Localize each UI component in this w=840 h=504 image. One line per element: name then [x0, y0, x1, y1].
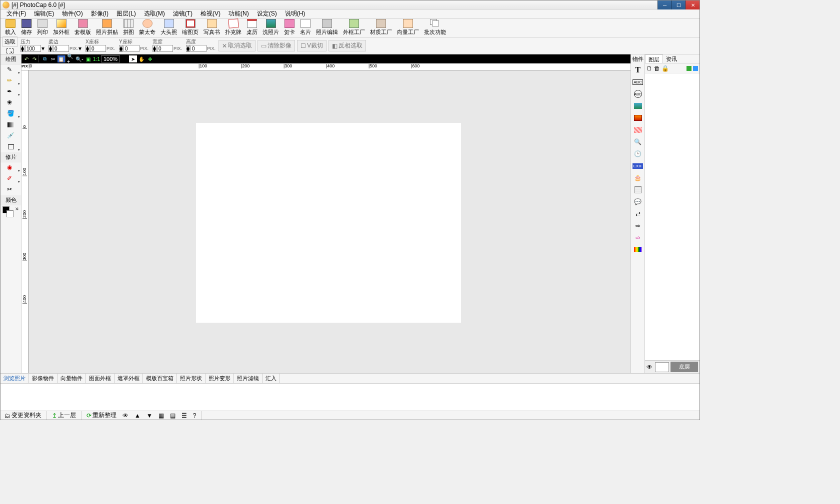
cut-button[interactable]: ✂ — [49, 55, 57, 62]
tb-calendar[interactable]: 桌历 — [244, 19, 260, 36]
star-arrow-button[interactable]: ➩ — [633, 233, 643, 243]
tb-montage[interactable]: 蒙太奇 — [136, 19, 158, 36]
hand-tool-button[interactable]: ✋ — [138, 55, 146, 62]
layer-thumbnail[interactable] — [655, 362, 669, 372]
layer-flag-green-icon[interactable] — [686, 66, 692, 71]
crop-button[interactable]: ☐V裁切 — [297, 40, 326, 51]
visibility-eye-icon[interactable]: 👁 — [646, 364, 654, 371]
arrow-object-button[interactable]: ⇨ — [633, 221, 643, 231]
btab-outer-frame[interactable]: 图面外框 — [86, 374, 114, 383]
view-thumb-button[interactable]: ▦ — [156, 412, 166, 419]
eyedropper-tool[interactable]: 💉 — [0, 130, 21, 141]
menu-help[interactable]: 说明(H) — [281, 9, 310, 18]
pen-tool[interactable]: ✒▾ — [0, 86, 21, 97]
undo-button[interactable]: ↶ — [22, 55, 30, 62]
menu-edit[interactable]: 编辑(E) — [30, 9, 58, 18]
btab-import[interactable]: 汇入 — [262, 374, 280, 383]
canvas-document[interactable] — [196, 123, 461, 323]
arrows-object-button[interactable]: ⇄ — [633, 209, 643, 219]
y-input[interactable] — [124, 45, 140, 52]
tab-layers[interactable]: 图层 — [645, 54, 663, 63]
view-detail-button[interactable]: ☰ — [180, 412, 189, 419]
tb-photo-edit[interactable]: 照片编辑 — [314, 19, 340, 36]
btab-template-box[interactable]: 模版百宝箱 — [143, 374, 177, 383]
menu-settings[interactable]: 设定(S) — [253, 9, 281, 18]
text-object-button[interactable]: T — [633, 65, 643, 75]
layers-list[interactable] — [645, 73, 700, 360]
menu-object[interactable]: 物件(O) — [58, 9, 86, 18]
zoom-in-button[interactable]: 🔍+ — [67, 55, 75, 62]
maximize-button[interactable]: ☐ — [672, 0, 686, 9]
fit-button[interactable]: ▣ — [84, 55, 92, 62]
layer-name[interactable]: 底层 — [670, 362, 698, 372]
menu-filter[interactable]: 滤镜(T) — [169, 9, 196, 18]
menu-file[interactable]: 文件(F) — [2, 9, 30, 18]
minimize-button[interactable]: ─ — [658, 0, 672, 9]
bucket-tool[interactable]: 🪣▾ — [0, 108, 21, 119]
tb-template[interactable]: 套模版 — [72, 19, 94, 36]
btab-image-obj[interactable]: 影像物件 — [29, 374, 58, 383]
rainbow-object-button[interactable] — [633, 245, 643, 255]
pointer-tool-button[interactable]: ➤ — [129, 55, 137, 62]
exif-object-button[interactable]: EXIF — [633, 161, 643, 171]
menu-view[interactable]: 检视(V) — [196, 9, 224, 18]
tb-batch[interactable]: 批次功能 — [422, 19, 448, 36]
zoom-display[interactable]: 100% — [101, 55, 120, 62]
preview-eye-button[interactable]: 👁 — [120, 412, 130, 419]
btab-browse[interactable]: 浏览照片 — [0, 374, 29, 383]
pattern-object-button[interactable] — [633, 125, 643, 135]
btab-photo-warp[interactable]: 照片变形 — [206, 374, 234, 383]
menu-layer[interactable]: 图层(L) — [112, 9, 140, 18]
layer-flag-blue-icon[interactable] — [693, 66, 698, 71]
menu-function[interactable]: 功能(N) — [224, 9, 253, 18]
tb-material-factory[interactable]: 材质工厂 — [368, 19, 394, 36]
pencil-tool[interactable]: ✎▾ — [0, 64, 21, 75]
magnify-object-button[interactable]: 🔍 — [633, 137, 643, 147]
speech-object-button[interactable]: 💬 — [633, 197, 643, 207]
btab-photo-filter[interactable]: 照片滤镜 — [234, 374, 262, 383]
redeye-tool[interactable]: ◉▾ — [0, 162, 21, 173]
text-circle-button[interactable]: ABC — [633, 89, 643, 99]
help-button[interactable]: ? — [191, 412, 198, 419]
tb-collage[interactable]: 拼图 — [120, 19, 136, 36]
swap-colors-icon[interactable]: ⤭ — [15, 206, 19, 211]
up-one-level-button[interactable]: ↥上一层 — [50, 411, 78, 420]
menu-select[interactable]: 选取(M) — [140, 9, 169, 18]
image-object-button[interactable] — [633, 101, 643, 111]
new-layer-button[interactable]: 🗋 — [646, 65, 652, 72]
cancel-selection-button[interactable]: ✕取消选取 — [218, 40, 256, 51]
color-fill-button[interactable] — [633, 113, 643, 123]
h-input[interactable] — [190, 45, 206, 52]
tab-info[interactable]: 资讯 — [663, 54, 680, 63]
tb-add-frame[interactable]: 加外框 — [50, 19, 72, 36]
lock-layer-button[interactable]: 🔒 — [662, 65, 669, 72]
pressure-input[interactable] — [25, 45, 41, 52]
btab-photo-shape[interactable]: 照片形状 — [177, 374, 206, 383]
scissors-tool[interactable]: ✂ — [0, 184, 21, 195]
actual-size-button[interactable]: 1:1 — [92, 55, 100, 62]
clock-object-button[interactable]: 🕒 — [633, 149, 643, 159]
soft-input[interactable] — [53, 45, 69, 52]
btab-vector-obj[interactable]: 向量物件 — [58, 374, 86, 383]
tb-bizcard[interactable]: 名片 — [298, 19, 314, 36]
sort-desc-button[interactable]: ▼ — [144, 412, 154, 419]
cake-object-button[interactable]: 🎂 — [633, 173, 643, 183]
zoom-out-button[interactable]: 🔍- — [76, 55, 84, 62]
x-input[interactable] — [90, 45, 106, 52]
copy-button[interactable]: ⧉ — [40, 55, 48, 62]
tb-photo-book[interactable]: 写真书 — [201, 19, 222, 36]
tb-print[interactable]: 列印 — [34, 19, 50, 36]
sort-asc-button[interactable]: ▲ — [132, 412, 142, 419]
tb-save[interactable]: 储存 — [18, 19, 34, 36]
clear-image-button[interactable]: ▭清除影像 — [258, 40, 295, 51]
gradient-tool[interactable] — [0, 119, 21, 130]
view-list-button[interactable]: ▤ — [168, 412, 178, 419]
color-picker[interactable]: ⤭ — [0, 205, 21, 220]
w-input[interactable] — [157, 45, 173, 52]
textbox-object-button[interactable]: ABC — [633, 77, 643, 87]
btab-mask-frame[interactable]: 遮罩外框 — [114, 374, 143, 383]
tb-poker[interactable]: 扑克牌 — [222, 19, 244, 36]
move-tool-button[interactable]: ✥ — [146, 55, 154, 62]
layer-row[interactable]: 👁 底层 — [645, 360, 700, 373]
change-folder-button[interactable]: 🗂变更资料夹 — [2, 411, 44, 420]
